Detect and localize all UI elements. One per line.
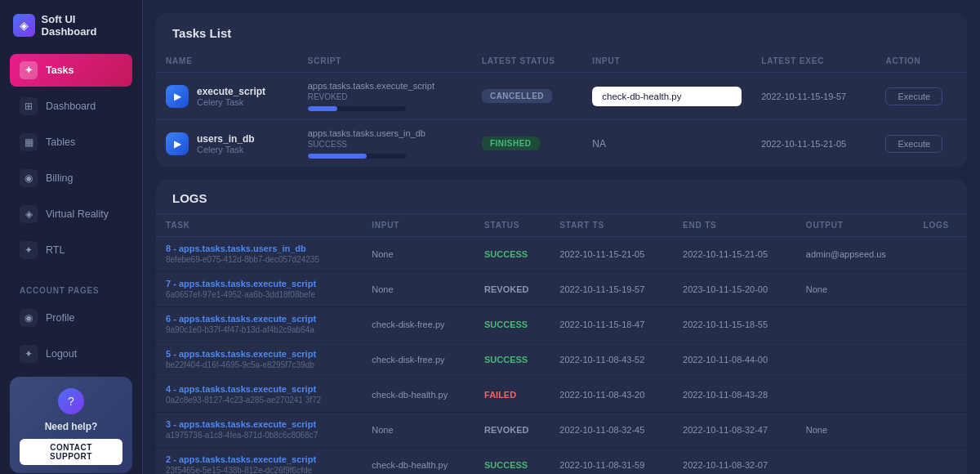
log-input-cell: check-db-health.py [362,378,474,413]
task-action-cell: Execute [875,120,967,168]
log-start-ts: 2022-10-11-08-31-59 [559,460,644,470]
sidebar-item-profile-label: Profile [46,312,74,324]
sidebar-item-tasks[interactable]: ✦ Tasks [10,54,132,87]
log-task-id: 0a2c8e93-8127-4c23-a285-ae270241 3f72 [166,396,321,405]
log-end-ts: 2022-10-11-15-18-55 [683,320,768,329]
log-task-cell: 8 - apps.tasks.tasks.users_in_db 8efebe6… [156,237,362,272]
script-status: SUCCESS [308,140,462,149]
log-task-cell: 7 - apps.tasks.tasks.execute_script 6a06… [156,272,362,307]
log-end-cell: 2022-10-11-15-18-55 [673,307,796,342]
log-task-name[interactable]: 3 - apps.tasks.tasks.execute_script [166,419,352,429]
table-row: ▶ execute_script Celery Task apps.tasks.… [156,73,967,120]
col-script: SCRIPT [298,50,472,73]
log-task-name[interactable]: 5 - apps.tasks.tasks.execute_script [166,349,352,359]
vr-icon: ◈ [20,205,38,223]
sidebar-item-logout[interactable]: ✦ Logout [10,338,132,370]
contact-support-button[interactable]: CONTACT SUPPORT [20,439,122,465]
log-row: 4 - apps.tasks.tasks.execute_script 0a2c… [156,378,967,413]
log-task-name[interactable]: 2 - apps.tasks.tasks.execute_script [166,454,352,464]
execute-button[interactable]: Execute [885,135,942,153]
task-exec-cell: 2022-10-11-15-19-57 [751,73,875,120]
log-task-id: a1975736-a1c8-4fea-871d-0b8c6c8068c7 [166,431,318,440]
log-end-cell: 2022-10-11-15-21-05 [673,237,796,272]
sidebar-item-rtl-label: RTL [46,244,65,256]
task-script-cell: apps.tasks.tasks.execute_script REVOKED [298,73,472,120]
log-row: 6 - apps.tasks.tasks.execute_script 9a90… [156,307,967,342]
log-task-id: 23f5465e-5e15-438b-812e-dc26f9f6cfde [166,466,312,474]
log-status: FAILED [484,390,516,400]
log-task-name[interactable]: 6 - apps.tasks.tasks.execute_script [166,314,352,324]
log-row: 7 - apps.tasks.tasks.execute_script 6a06… [156,272,967,307]
main-content: Tasks List NAME SCRIPT LATEST STATUS INP… [143,0,980,474]
sidebar-item-dashboard[interactable]: ⊞ Dashboard [10,90,132,123]
task-script-cell: apps.tasks.tasks.users_in_db SUCCESS [298,120,472,168]
sidebar-item-profile[interactable]: ◉ Profile [10,302,132,334]
log-task-id: be22f404-d16f-4695-9c5a-e8295f7c39db [166,360,314,369]
col-input: INPUT [582,50,751,73]
log-end-ts: 2022-10-11-08-44-00 [683,355,768,364]
log-status-cell: REVOKED [474,272,550,307]
logs-title: LOGS [172,191,207,205]
tasks-list-header: Tasks List [156,13,967,50]
log-input: None [372,425,393,435]
tables-icon: ▦ [20,133,38,151]
script-name: apps.tasks.tasks.execute_script [308,81,462,91]
log-end-cell: 2022-10-11-08-43-28 [673,378,796,413]
log-end-cell: 2022-10-11-08-32-07 [673,448,796,475]
log-task-name[interactable]: 8 - apps.tasks.tasks.users_in_db [166,244,352,253]
sidebar-item-tasks-label: Tasks [46,65,74,76]
log-start-cell: 2022-10-11-08-32-45 [550,413,673,448]
task-icon-0: ▶ [166,85,189,108]
input-display: check-db-health.py [592,87,742,106]
log-start-ts: 2022-10-11-15-18-47 [559,320,644,329]
log-output-cell: None [796,413,914,448]
log-status-cell: SUCCESS [474,307,550,342]
log-output-cell [796,448,914,475]
log-status-cell: REVOKED [474,413,550,448]
sidebar-item-virtual-reality[interactable]: ◈ Virtual Reality [10,198,132,230]
log-logs-cell [914,448,967,475]
task-sub-name: Celery Task [197,145,255,154]
task-input-cell: NA [582,120,751,168]
exec-time: 2022-10-11-15-21-05 [761,139,846,149]
log-end-ts: 2022-10-11-15-21-05 [683,249,768,259]
log-status: SUCCESS [484,249,528,259]
log-task-id: 9a90c1e0-b37f-4f47-b13d-af4b2c9ab64a [166,325,314,334]
sidebar-item-logout-label: Logout [46,348,77,360]
brand: ◈ Soft UI Dashboard [10,13,132,38]
log-logs-cell [914,378,967,413]
tasks-table: NAME SCRIPT LATEST STATUS INPUT LATEST E… [156,50,967,167]
task-main-name: users_in_db [197,133,255,145]
execute-button[interactable]: Execute [885,87,942,105]
sidebar-item-rtl[interactable]: ✦ RTL [10,234,132,266]
log-status-cell: FAILED [474,378,550,413]
log-input: check-db-health.py [372,390,448,400]
help-icon: ? [58,388,84,414]
task-icon-1: ▶ [166,132,189,155]
sidebar-item-vr-label: Virtual Reality [46,208,109,220]
script-status: REVOKED [308,92,462,101]
log-start-ts: 2022-10-11-08-43-20 [559,390,644,400]
log-task-cell: 6 - apps.tasks.tasks.execute_script 9a90… [156,307,362,342]
log-task-name[interactable]: 4 - apps.tasks.tasks.execute_script [166,384,352,394]
status-badge: FINISHED [482,136,540,150]
progress-bar-fill [308,106,337,111]
log-start-cell: 2022-10-11-08-43-52 [550,342,673,378]
rtl-icon: ✦ [20,241,38,259]
log-output-cell [796,378,914,413]
help-card: ? Need help? CONTACT SUPPORT [10,377,132,473]
log-start-cell: 2022-10-11-15-21-05 [550,237,673,272]
log-status: SUCCESS [484,355,528,364]
brand-icon: ◈ [13,14,35,37]
task-sub-name: Celery Task [197,97,265,107]
sidebar-item-billing[interactable]: ◉ Billing [10,162,132,195]
sidebar-item-tables[interactable]: ▦ Tables [10,126,132,159]
log-output: None [806,284,827,294]
log-task-name[interactable]: 7 - apps.tasks.tasks.execute_script [166,279,352,288]
log-output-cell [796,342,914,378]
log-logs-cell [914,272,967,307]
log-task-cell: 3 - apps.tasks.tasks.execute_script a197… [156,413,362,448]
logs-table: TASK INPUT STATUS START TS END TS OUTPUT… [156,214,967,474]
log-input: check-disk-free.py [372,355,444,364]
log-row: 3 - apps.tasks.tasks.execute_script a197… [156,413,967,448]
